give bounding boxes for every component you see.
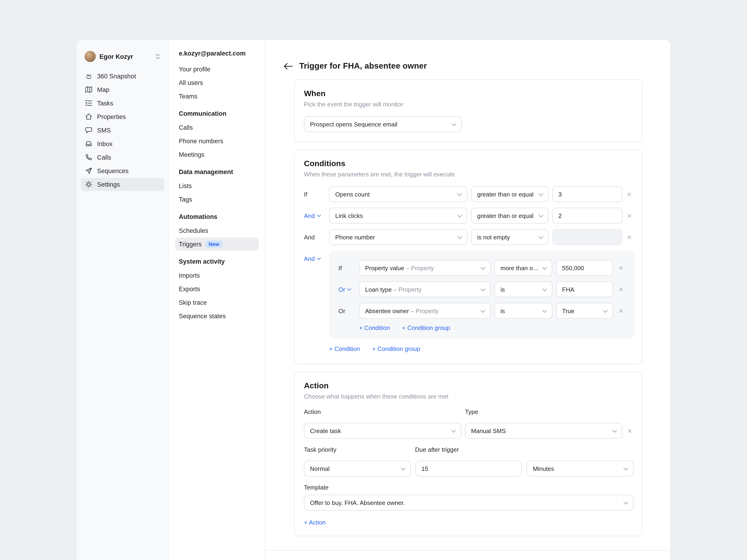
condition-value-input[interactable] <box>552 186 622 202</box>
remove-condition-button[interactable]: × <box>617 306 625 315</box>
remove-condition-button[interactable]: × <box>626 190 633 198</box>
condition-value-select[interactable]: True <box>556 303 613 319</box>
map-icon <box>85 86 93 93</box>
sidebar-item-tasks[interactable]: Tasks <box>81 97 164 110</box>
account-switcher[interactable]: Egor Kozyr <box>81 50 164 63</box>
back-arrow-icon <box>283 62 293 70</box>
add-condition-link[interactable]: + Condition <box>359 324 390 331</box>
condition-value-input[interactable] <box>556 260 613 276</box>
sidebar-item-properties[interactable]: Properties <box>81 110 164 123</box>
remove-condition-button[interactable]: × <box>617 285 625 294</box>
condition-operator-select[interactable]: more than or e... <box>494 260 552 276</box>
when-title: When <box>304 89 633 99</box>
chevron-down-icon <box>539 234 543 239</box>
remove-condition-button[interactable]: × <box>617 264 625 272</box>
sidebar-item-map[interactable]: Map <box>81 83 164 96</box>
settings-nav-item-all-users[interactable]: All users <box>175 76 259 89</box>
remove-action-button[interactable]: × <box>626 427 634 435</box>
settings-section-system-activity: System activity <box>175 258 259 265</box>
settings-nav-item-calls[interactable]: Calls <box>175 121 259 134</box>
settings-nav-item-imports[interactable]: Imports <box>175 269 259 282</box>
settings-nav-item-meetings[interactable]: Meetings <box>175 148 259 161</box>
sidebar-item-label: SMS <box>97 127 111 134</box>
settings-nav-item-tags[interactable]: Tags <box>175 193 259 206</box>
page-header: Trigger for FHA, absentee owner <box>283 61 642 71</box>
settings-nav-item-phone-numbers[interactable]: Phone numbers <box>175 134 259 148</box>
group-links: + Condition + Condition group <box>359 324 625 331</box>
chevron-down-icon <box>347 287 351 291</box>
sidebar-item-label: Tasks <box>97 100 113 107</box>
condition-value-input[interactable] <box>552 229 622 245</box>
chevron-down-icon <box>481 286 485 291</box>
conditions-title: Conditions <box>304 159 633 168</box>
condition-operator-select[interactable]: is not empty <box>471 229 548 245</box>
condition-field-select[interactable]: Absentee owner – Property <box>359 303 491 319</box>
add-condition-group-link[interactable]: + Condition group <box>372 345 420 352</box>
chevron-down-icon <box>317 256 321 260</box>
sidebar-item-settings[interactable]: Settings <box>81 178 164 191</box>
page-title: Trigger for FHA, absentee owner <box>299 61 427 71</box>
trigger-event-select[interactable]: Prospect opens Sequence email <box>304 116 462 132</box>
task-priority-label: Task priority <box>304 446 415 453</box>
condition-field-select[interactable]: Loan type – Property <box>359 282 491 297</box>
snapshot-360-icon: 360 <box>85 72 93 80</box>
condition-operator-select[interactable]: is <box>494 303 552 319</box>
condition-field-select[interactable]: Property value – Property <box>359 260 491 276</box>
chevron-down-icon <box>317 213 321 217</box>
settings-nav-item-sequence-states[interactable]: Sequence states <box>175 310 259 322</box>
condition-connector-dropdown[interactable]: Or <box>338 286 355 293</box>
settings-nav-item-exports[interactable]: Exports <box>175 282 259 295</box>
add-action-link[interactable]: + Action <box>304 519 326 526</box>
chevron-updown-icon <box>155 53 161 60</box>
add-condition-link[interactable]: + Condition <box>329 345 360 352</box>
condition-group-connector-dropdown[interactable]: And <box>304 250 326 266</box>
sidebar-item-360-snapshot[interactable]: 360 360 Snapshot <box>81 70 164 83</box>
when-subtitle: Pick the event the trigger will monitor <box>304 101 633 108</box>
sidebar-item-sms[interactable]: SMS <box>81 124 164 137</box>
chat-icon <box>85 127 93 134</box>
settings-nav-item-schedules[interactable]: Schedules <box>175 224 259 237</box>
condition-value-input[interactable] <box>556 282 613 297</box>
chevron-down-icon <box>612 428 617 432</box>
remove-condition-button[interactable]: × <box>626 233 633 241</box>
due-unit-select[interactable]: Minutes <box>527 461 634 477</box>
settings-nav-item-teams[interactable]: Teams <box>175 89 259 103</box>
condition-row: And Link clicks greater than or equal × <box>304 208 633 223</box>
new-badge: New <box>205 240 223 248</box>
template-select[interactable]: Offer to buy. FHA. Absentee owner. <box>304 495 634 510</box>
condition-field-select[interactable]: Link clicks <box>329 208 467 223</box>
condition-operator-select[interactable]: is <box>494 282 552 297</box>
type-select[interactable]: Manual SMS <box>465 423 622 439</box>
sidebar-item-sequences[interactable]: Sequences <box>81 164 164 177</box>
remove-condition-button[interactable]: × <box>626 211 633 220</box>
settings-nav-item-skip-trace[interactable]: Skip trace <box>175 296 259 309</box>
gear-icon <box>85 181 93 188</box>
condition-connector-label: And <box>304 234 326 241</box>
condition-row: If Property value – Property more than o… <box>338 260 625 276</box>
tasks-icon <box>85 99 93 107</box>
condition-field-select[interactable]: Opens count <box>329 186 467 202</box>
action-select[interactable]: Create task <box>304 423 461 439</box>
settings-section-automations: Automations <box>175 213 259 220</box>
condition-value-input[interactable] <box>552 208 622 223</box>
settings-nav-item-triggers[interactable]: Triggers New <box>175 238 259 250</box>
add-condition-group-link[interactable]: + Condition group <box>402 324 450 331</box>
back-button[interactable] <box>283 61 293 71</box>
action-card: Action Choose what happens when these co… <box>294 371 642 536</box>
due-after-trigger-label: Due after trigger <box>415 446 459 453</box>
condition-connector-dropdown[interactable]: And <box>304 212 326 219</box>
settings-nav-item-your-profile[interactable]: Your profile <box>175 62 259 76</box>
condition-operator-select[interactable]: greater than or equal <box>471 186 548 202</box>
sidebar-item-inbox[interactable]: Inbox <box>81 137 164 150</box>
task-priority-select[interactable]: Normal <box>304 461 411 477</box>
condition-operator-select[interactable]: greater than or equal <box>471 208 548 223</box>
sidebar-item-label: Inbox <box>97 140 112 147</box>
action-label: Action <box>304 408 465 415</box>
condition-field-select[interactable]: Phone number <box>329 229 467 245</box>
inbox-icon <box>85 140 93 148</box>
sidebar-item-calls[interactable]: Calls <box>81 151 164 164</box>
due-after-trigger-input[interactable] <box>415 461 522 477</box>
sidebar-item-label: Calls <box>97 154 111 161</box>
settings-nav-item-lists[interactable]: Lists <box>175 179 259 192</box>
conditions-links: + Condition + Condition group <box>329 345 633 352</box>
